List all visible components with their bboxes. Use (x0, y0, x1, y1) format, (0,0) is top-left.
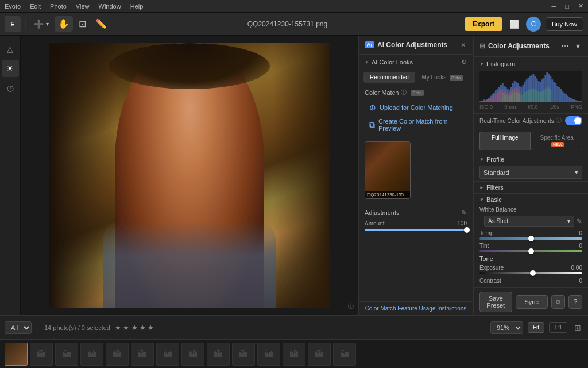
refresh-icon[interactable]: ↻ (461, 58, 467, 66)
menu-evoto[interactable]: Evoto (5, 3, 21, 10)
svg-rect-46 (512, 93, 514, 102)
full-image-btn[interactable]: Full Image (479, 132, 531, 150)
tint-slider-thumb[interactable] (528, 248, 534, 254)
edit-icon[interactable]: ✎ (461, 209, 467, 217)
one-to-one-button[interactable]: 1:1 (549, 322, 567, 333)
profile-section: ▼ Profile Standard ▾ (474, 154, 588, 182)
filters-header[interactable]: ▼ Filters (479, 184, 582, 191)
temp-slider[interactable] (479, 237, 582, 240)
film-icon: 🏔 (106, 343, 128, 365)
share-icon[interactable]: ⬜ (507, 18, 521, 30)
sidebar-icon-adjust[interactable]: ☀ (2, 60, 19, 77)
panel-expand-icon[interactable]: ▾ (574, 40, 582, 52)
triangle-icon: ▼ (479, 157, 484, 162)
filmstrip-item-11[interactable]: 🏔 (283, 343, 305, 366)
basic-section: ▼ Basic White Balance As Shot ▾ ✎ Temp 0 (474, 194, 588, 288)
rt-toggle[interactable] (565, 116, 582, 125)
filmstrip-item-1[interactable]: 🏔 (30, 343, 53, 366)
adjustments-title: Adjustments (365, 209, 400, 216)
filmstrip-item-4[interactable]: 🏔 (106, 343, 129, 366)
svg-rect-98 (556, 86, 558, 102)
wb-dropdown[interactable]: As Shot ▾ (484, 216, 574, 227)
filmstrip-item-6[interactable]: 🏔 (156, 343, 179, 366)
buy-now-button[interactable]: Buy Now (546, 17, 583, 31)
canvas-area[interactable]: ⓘ (21, 36, 358, 315)
ai-panel: Ai AI Color Adjustments × ▼ AI Color Loo… (358, 36, 473, 315)
menu-window[interactable]: Window (99, 3, 121, 10)
filmstrip-item-3[interactable]: 🏔 (80, 343, 103, 366)
exposure-label: Exposure (479, 264, 504, 271)
brush-tool[interactable]: ✏️ (92, 16, 110, 32)
menu-edit[interactable]: Edit (30, 3, 41, 10)
sidebar-icon-transform[interactable]: △ (2, 40, 19, 57)
amount-slider-track[interactable] (365, 229, 467, 231)
panel-menu-icon[interactable]: ⋯ (559, 40, 571, 52)
wb-edit-icon[interactable]: ✎ (577, 217, 582, 225)
avatar[interactable]: C (526, 17, 541, 32)
sidebar-icon-history[interactable]: ◷ (2, 79, 19, 97)
window-maximize[interactable]: □ (565, 3, 569, 10)
svg-rect-107 (572, 99, 574, 102)
basic-header[interactable]: ▼ Basic (479, 196, 582, 203)
exposure-slider[interactable] (479, 272, 582, 274)
sync-button[interactable]: Sync (516, 295, 548, 309)
ai-panel-close[interactable]: × (460, 40, 467, 49)
window-minimize[interactable]: ─ (552, 3, 556, 10)
help-icon[interactable]: ? (568, 295, 582, 309)
adjustments-header: Adjustments ✎ (365, 209, 467, 217)
rating-stars[interactable]: ★ ★ ★ ★ ★ (115, 324, 154, 332)
filmstrip-item-2[interactable]: 🏔 (55, 343, 78, 366)
filmstrip-item-9[interactable]: 🏔 (232, 343, 255, 366)
tab-my-looks[interactable]: My Looks Beta (416, 72, 468, 83)
filmstrip-item-10[interactable]: 🏔 (257, 343, 280, 366)
svg-rect-70 (529, 89, 531, 102)
amount-slider-thumb[interactable] (464, 227, 470, 233)
filmstrip-item-13[interactable]: 🏔 (333, 343, 356, 366)
color-match-label: Color Match ⓘ Beta (365, 89, 467, 97)
crop-tool[interactable]: ⊡ (75, 16, 90, 32)
svg-rect-64 (524, 92, 526, 102)
hand-tool[interactable]: ✋ (55, 16, 73, 32)
bottom-bar: All ↕ 14 photo(s) / 0 selected ★ ★ ★ ★ ★… (0, 315, 588, 339)
menu-help[interactable]: Help (130, 3, 144, 10)
svg-rect-86 (543, 90, 544, 102)
settings-icon[interactable]: ⚙ (551, 295, 565, 309)
exposure-row: Exposure 0.00 (479, 264, 582, 271)
svg-rect-105 (568, 97, 570, 102)
sort-icon[interactable]: ↕ (36, 324, 40, 332)
color-match-link[interactable]: Color Match Feature Usage Instructions (359, 301, 473, 315)
amount-slider-row: Amount 100 (365, 220, 467, 227)
filmstrip-item-7[interactable]: 🏔 (181, 343, 204, 366)
temp-slider-thumb[interactable] (528, 236, 534, 241)
color-match-thumbnail[interactable]: QQ20241230-155... (365, 141, 411, 199)
tone-header[interactable]: Tone (479, 255, 582, 262)
right-panel-header: ⊟ Color Adjustments ⋯ ▾ (474, 36, 588, 57)
histogram-header[interactable]: ▼ Histogram (479, 60, 582, 67)
filmstrip-item-5[interactable]: 🏔 (131, 343, 154, 366)
ai-color-looks-header[interactable]: ▼ AI Color Looks ↻ (359, 55, 473, 70)
upload-btn[interactable]: ⊕ Upload for Color Matching (365, 100, 467, 115)
menu-view[interactable]: View (76, 3, 90, 10)
fit-button[interactable]: Fit (528, 322, 544, 333)
save-preset-button[interactable]: Save Preset (479, 292, 512, 312)
filmstrip-item-8[interactable]: 🏔 (207, 343, 230, 366)
filter-select[interactable]: All (5, 321, 32, 334)
add-button[interactable]: ➕ ▾ (30, 17, 52, 31)
thumbnail-area: QQ20241230-155... (359, 138, 473, 202)
profile-header[interactable]: ▼ Profile (479, 156, 582, 163)
tab-recommended[interactable]: Recommended (363, 72, 415, 83)
tint-slider[interactable] (479, 250, 582, 252)
grid-view-icon[interactable]: ⊞ (572, 322, 583, 334)
zoom-select[interactable]: 91% (490, 321, 523, 334)
tint-row: Tint 0 (479, 243, 582, 252)
filmstrip-item-0[interactable] (5, 343, 28, 366)
specific-area-btn[interactable]: Specific Area NEW (532, 132, 583, 150)
create-btn[interactable]: ⧉ Create Color Match from Preview (365, 115, 467, 135)
window-close[interactable]: ✕ (578, 2, 583, 10)
exposure-slider-thumb[interactable] (530, 270, 536, 276)
svg-rect-102 (563, 93, 565, 102)
filmstrip-item-12[interactable]: 🏔 (308, 343, 331, 366)
menu-photo[interactable]: Photo (50, 3, 67, 10)
profile-dropdown[interactable]: Standard ▾ (479, 166, 582, 179)
export-button[interactable]: Export (465, 17, 502, 31)
